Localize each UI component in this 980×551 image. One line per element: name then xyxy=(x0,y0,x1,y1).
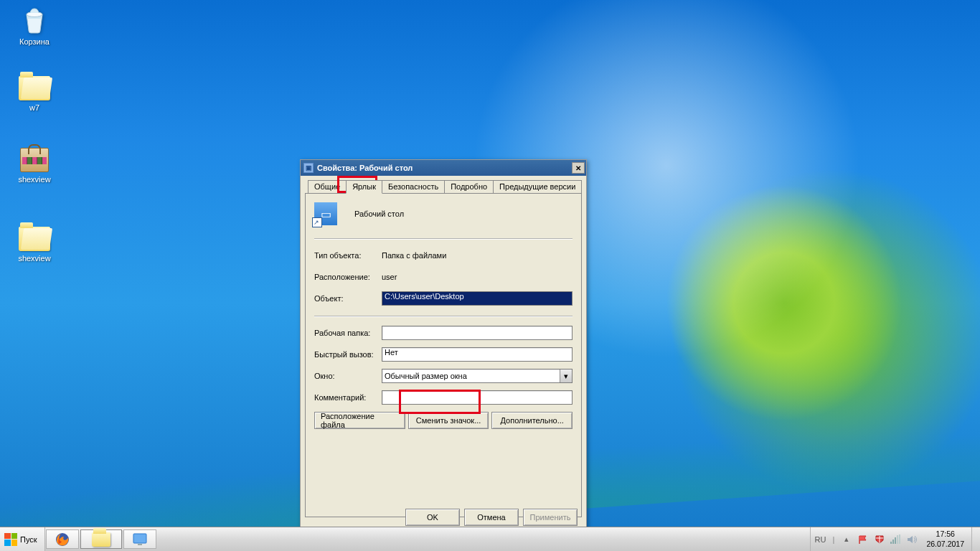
network-icon[interactable] xyxy=(890,534,901,545)
dialog-titlebar[interactable]: ▣ Свойства: Рабочий стол ✕ xyxy=(301,160,586,176)
chevron-down-icon: ▾ xyxy=(560,369,572,382)
tray-separator: | xyxy=(831,535,835,544)
tab-previous-versions[interactable]: Предыдущие версии xyxy=(493,180,582,194)
label-hotkey: Быстрый вызов: xyxy=(314,350,382,359)
ok-button[interactable]: OK xyxy=(405,509,460,526)
dialog-title: Свойства: Рабочий стол xyxy=(317,164,572,172)
taskbar-item-explorer[interactable] xyxy=(80,529,122,549)
advanced-button[interactable]: Дополнительно... xyxy=(491,412,573,429)
tab-pane-shortcut: ▭↗ Рабочий стол Тип объекта: Папка с фай… xyxy=(305,193,582,517)
label-location: Расположение: xyxy=(314,273,382,281)
label-comment: Комментарий: xyxy=(314,393,382,402)
svg-rect-3 xyxy=(138,544,142,545)
hotkey-input[interactable]: Нет xyxy=(382,347,573,362)
folder-icon xyxy=(19,227,50,251)
close-button[interactable]: ✕ xyxy=(572,162,585,174)
desktop-icon-folder-shexview[interactable]: shexview xyxy=(9,227,60,263)
tab-general[interactable]: Общие xyxy=(308,180,347,194)
shortcut-name: Рабочий стол xyxy=(354,209,404,218)
desktop-icon-label: Корзина xyxy=(9,37,60,46)
taskbar-item-firefox[interactable] xyxy=(46,529,79,549)
label-target: Объект: xyxy=(314,294,382,303)
system-tray: RU | ▴ 17:56 26.07.2017 xyxy=(810,527,971,551)
desktop-icon-archive-shexview[interactable]: shexview xyxy=(9,148,60,184)
shortcut-large-icon: ▭↗ xyxy=(314,202,337,225)
svg-rect-5 xyxy=(892,540,894,544)
language-indicator[interactable]: RU xyxy=(815,535,826,544)
change-icon-button[interactable]: Сменить значок... xyxy=(408,412,489,429)
monitor-icon xyxy=(133,533,147,546)
winrar-icon xyxy=(20,148,49,172)
run-combobox-value: Обычный размер окна xyxy=(385,372,467,380)
clock-time: 17:56 xyxy=(926,529,964,539)
firefox-icon xyxy=(55,532,70,547)
taskbar-item-app[interactable] xyxy=(123,529,156,549)
value-object-type: Папка с файлами xyxy=(382,251,446,260)
svg-rect-8 xyxy=(899,534,900,544)
folder-icon xyxy=(92,532,110,547)
taskbar-clock[interactable]: 17:56 26.07.2017 xyxy=(923,529,967,548)
shortcut-titlebar-icon: ▣ xyxy=(303,163,314,173)
desktop-icon-label: w7 xyxy=(9,103,60,112)
value-location: user xyxy=(382,273,397,281)
flag-icon[interactable] xyxy=(857,534,868,545)
volume-icon[interactable] xyxy=(907,534,918,545)
desktop-icon-folder-w7[interactable]: w7 xyxy=(9,76,60,112)
tab-details[interactable]: Подробно xyxy=(444,180,494,194)
apply-button[interactable]: Применить xyxy=(523,509,578,526)
folder-icon xyxy=(19,76,50,100)
label-run: Окно: xyxy=(314,372,382,380)
dialog-tabs: Общие Ярлык Безопасность Подробно Предыд… xyxy=(301,176,586,194)
recycle-bin-icon xyxy=(19,4,50,34)
clock-date: 26.07.2017 xyxy=(926,540,964,549)
tab-security[interactable]: Безопасность xyxy=(382,180,445,194)
desktop-icon-label: shexview xyxy=(9,175,60,184)
dialog-footer: OK Отмена Применить xyxy=(301,509,586,526)
taskbar: Пуск RU | ▴ 17:56 xyxy=(0,527,980,551)
svg-rect-4 xyxy=(890,542,892,544)
file-location-button[interactable]: Расположение файла xyxy=(314,412,405,429)
properties-dialog: ▣ Свойства: Рабочий стол ✕ Общие Ярлык Б… xyxy=(300,159,587,532)
label-start-in: Рабочая папка: xyxy=(314,329,382,337)
svg-rect-2 xyxy=(133,534,146,543)
tray-chevron-icon[interactable]: ▴ xyxy=(841,534,852,545)
start-button[interactable]: Пуск xyxy=(0,527,45,551)
windows-logo-icon xyxy=(4,533,17,546)
desktop-icon-label: shexview xyxy=(9,254,60,263)
comment-input[interactable] xyxy=(382,390,573,405)
label-object-type: Тип объекта: xyxy=(314,251,382,260)
svg-rect-7 xyxy=(897,535,898,544)
start-label: Пуск xyxy=(20,535,37,544)
run-combobox[interactable]: Обычный размер окна ▾ xyxy=(382,369,573,383)
security-icon[interactable] xyxy=(874,534,885,545)
desktop-icon-recycle-bin[interactable]: Корзина xyxy=(9,4,60,46)
cancel-button[interactable]: Отмена xyxy=(464,509,519,526)
svg-rect-6 xyxy=(895,537,896,544)
tab-shortcut[interactable]: Ярлык xyxy=(346,180,382,194)
target-input[interactable]: C:\Users\user\Desktop xyxy=(382,291,573,306)
start-in-input[interactable] xyxy=(382,326,573,340)
show-desktop-button[interactable] xyxy=(971,527,980,551)
